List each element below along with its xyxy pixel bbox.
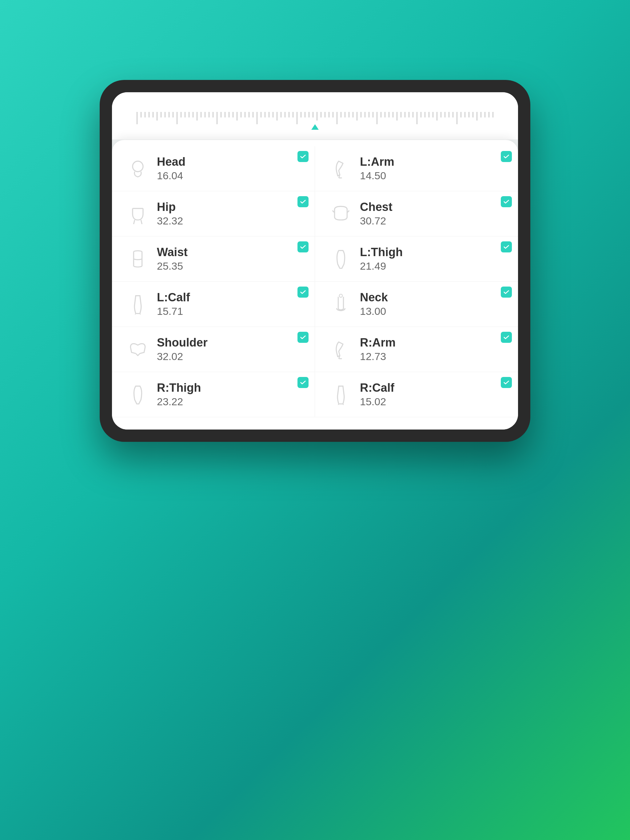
measurement-info-neck: Neck 13.00: [360, 291, 388, 317]
measurement-info-rthigh: R:Thigh 23.22: [157, 381, 201, 408]
measurement-item-rcalf[interactable]: R:Calf 15.02: [315, 372, 518, 417]
head-icon: [127, 158, 148, 179]
measurements-card: Head 16.04 L:Arm 14.50: [112, 140, 518, 429]
measurement-item-chest[interactable]: Chest 30.72: [315, 191, 518, 237]
measurement-item-larm[interactable]: L:Arm 14.50: [315, 146, 518, 191]
check-badge-waist: [298, 242, 309, 253]
device-frame: Head 16.04 L:Arm 14.50: [100, 80, 530, 442]
measurement-val-shoulder: 32.02: [157, 351, 207, 363]
lcalf-icon: [127, 294, 148, 314]
measurement-name-rthigh: R:Thigh: [157, 381, 201, 395]
measurement-name-hip: Hip: [157, 201, 183, 214]
measurement-val-rarm: 12.73: [360, 351, 396, 363]
measurement-name-shoulder: Shoulder: [157, 336, 207, 349]
check-badge-larm: [501, 151, 512, 162]
measurement-info-rcalf: R:Calf 15.02: [360, 381, 394, 408]
measurements-grid: Head 16.04 L:Arm 14.50: [112, 146, 518, 417]
ruler: [127, 112, 503, 130]
measurement-info-larm: L:Arm 14.50: [360, 155, 394, 182]
measurement-val-head: 16.04: [157, 170, 185, 182]
svg-point-0: [133, 161, 143, 172]
check-badge-rcalf: [501, 377, 512, 388]
neck-icon: [330, 294, 351, 314]
measurement-item-waist[interactable]: Waist 25.35: [112, 237, 315, 282]
ruler-indicator: [311, 124, 319, 130]
measurement-name-chest: Chest: [360, 201, 393, 214]
measurement-info-rarm: R:Arm 12.73: [360, 336, 396, 363]
check-badge-hip: [298, 196, 309, 207]
measurement-info-waist: Waist 25.35: [157, 246, 188, 272]
measurement-item-head[interactable]: Head 16.04: [112, 146, 315, 191]
measurement-info-chest: Chest 30.72: [360, 201, 393, 227]
measurement-info-lthigh: L:Thigh 21.49: [360, 246, 403, 272]
check-badge-shoulder: [298, 332, 309, 343]
check-badge-rthigh: [298, 377, 309, 388]
shoulder-icon: [127, 339, 148, 360]
measurement-name-neck: Neck: [360, 291, 388, 304]
hip-icon: [127, 203, 148, 224]
measurement-item-lthigh[interactable]: L:Thigh 21.49: [315, 237, 518, 282]
rcalf-icon: [330, 384, 351, 405]
measurement-item-shoulder[interactable]: Shoulder 32.02: [112, 327, 315, 372]
measurement-info-shoulder: Shoulder 32.02: [157, 336, 207, 363]
measurement-val-waist: 25.35: [157, 260, 188, 272]
app-header: [112, 92, 518, 140]
measurement-val-rthigh: 23.22: [157, 396, 201, 408]
measurement-val-rcalf: 15.02: [360, 396, 394, 408]
larm-icon: [330, 158, 351, 179]
check-badge-lcalf: [298, 287, 309, 298]
check-badge-chest: [501, 196, 512, 207]
measurement-val-lthigh: 21.49: [360, 260, 403, 272]
measurement-name-lthigh: L:Thigh: [360, 246, 403, 259]
measurement-info-hip: Hip 32.32: [157, 201, 183, 227]
measurement-item-neck[interactable]: Neck 13.00: [315, 282, 518, 327]
measurement-val-lcalf: 15.71: [157, 305, 190, 317]
check-badge-lthigh: [501, 242, 512, 253]
measurement-info-lcalf: L:Calf 15.71: [157, 291, 190, 317]
rthigh-icon: [127, 384, 148, 405]
measurement-item-rarm[interactable]: R:Arm 12.73: [315, 327, 518, 372]
device-screen: Head 16.04 L:Arm 14.50: [112, 92, 518, 429]
measurement-val-hip: 32.32: [157, 215, 183, 227]
check-badge-rarm: [501, 332, 512, 343]
measurement-name-lcalf: L:Calf: [157, 291, 190, 304]
measurement-name-waist: Waist: [157, 246, 188, 259]
measurement-item-rthigh[interactable]: R:Thigh 23.22: [112, 372, 315, 417]
measurement-info-head: Head 16.04: [157, 155, 185, 182]
lthigh-icon: [330, 248, 351, 269]
measurement-item-hip[interactable]: Hip 32.32: [112, 191, 315, 237]
measurement-name-head: Head: [157, 155, 185, 169]
check-badge-head: [298, 151, 309, 162]
chest-icon: [330, 203, 351, 224]
rarm-icon: [330, 339, 351, 360]
measurement-val-chest: 30.72: [360, 215, 393, 227]
svg-point-1: [339, 294, 342, 297]
check-badge-neck: [501, 287, 512, 298]
measurement-name-larm: L:Arm: [360, 155, 394, 169]
measurement-val-larm: 14.50: [360, 170, 394, 182]
measurement-name-rarm: R:Arm: [360, 336, 396, 349]
measurement-val-neck: 13.00: [360, 305, 388, 317]
measurement-name-rcalf: R:Calf: [360, 381, 394, 395]
waist-icon: [127, 248, 148, 269]
measurement-item-lcalf[interactable]: L:Calf 15.71: [112, 282, 315, 327]
